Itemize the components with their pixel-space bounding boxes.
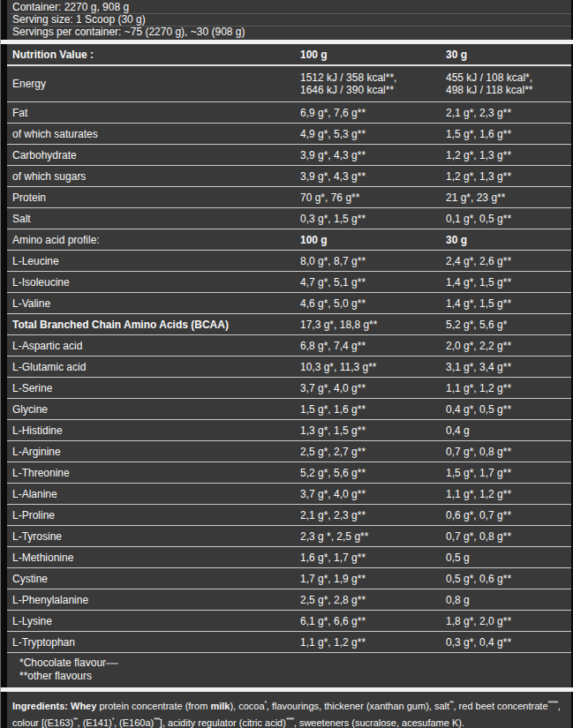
row-label: L-Alanine [7, 488, 300, 500]
ingredient-text: , flavourings, thickener (xanthan gum), … [267, 701, 449, 711]
row-label: Cystine [7, 573, 300, 585]
ingredient-text: ), cocoa [230, 701, 264, 711]
row-value-30g: 1,2 g*, 1,3 g** [446, 170, 571, 183]
row-value-100g: 1,5 g*, 1,6 g** [300, 403, 446, 416]
ingredients-paragraph: Ingredients: Whey protein concentrate (f… [7, 692, 571, 728]
table-row: L-Tryptophan 1,1 g*, 1,2 g** 0,3 g*, 0,4… [7, 632, 571, 653]
row-label: Carbohydrate [7, 149, 300, 161]
row-label: of which sugars [7, 170, 300, 183]
row-label: Total Branched Chain Amino Acids (BCAA) [7, 319, 300, 331]
table-row: of which saturates 4,9 g*, 5,3 g** 1,5 g… [7, 124, 571, 145]
row-label: Amino acid profile: [7, 234, 300, 246]
row-value-100g: 6,9 g*, 7,6 g** [300, 107, 446, 119]
footnote-other-flavours: **other flavours [19, 671, 571, 682]
left-edge-highlight [0, 0, 1, 728]
row-value-30g: 0,5 g*, 0,6 g** [446, 573, 571, 585]
row-value-100g: 1,7 g*, 1,9 g** [300, 573, 446, 585]
row-value-30g: 1,1 g*, 1,2 g** [446, 382, 571, 394]
row-value-30g: 1,2 g*, 1,3 g** [446, 149, 571, 161]
table-row: Total Branched Chain Amino Acids (BCAA) … [7, 314, 571, 335]
row-value-30g: 1,5 g*, 1,7 g** [446, 467, 571, 479]
row-label: L-Leucine [7, 255, 300, 267]
ingredient-text: , red beet concentrate [453, 701, 547, 711]
row-value-100g: 6,8 g*, 7,4 g** [300, 340, 446, 352]
row-value-30g: 455 kJ / 108 kcal*,498 kJ / 118 kcal** [446, 71, 571, 96]
row-value-30g: 1,5 g*, 1,6 g** [446, 128, 571, 140]
table-row: Salt 0,3 g*, 1,5 g** 0,1 g*, 0,5 g** [7, 208, 571, 229]
row-value-100g: 17,3 g*, 18,8 g** [300, 319, 446, 331]
row-value-100g: 70 g*, 76 g** [300, 191, 446, 204]
row-label: L-Methionine [7, 552, 300, 564]
row-value-100g: 4,6 g*, 5,0 g** [300, 297, 446, 310]
row-label: of which saturates [7, 128, 300, 140]
nutrition-table: Nutrition Value : 100 g 30 g Energy 1512… [7, 44, 571, 687]
row-label: L-Histidine [7, 424, 300, 437]
footnote-chocolate: *Chocolate flavour******* [19, 657, 571, 671]
table-row: L-Phenylalanine 2,5 g*, 2,8 g** 0,8 g [7, 589, 571, 611]
footnotes-block: *Chocolate flavour******* **other flavou… [7, 653, 571, 687]
row-label: Energy [7, 78, 300, 90]
row-value-100g: 5,2 g*, 5,6 g** [300, 467, 446, 479]
table-row: L-Proline 2,1 g*, 2,3 g** 0,6 g*, 0,7 g*… [7, 505, 571, 526]
row-value-100g: 2,1 g*, 2,3 g** [300, 509, 446, 522]
row-value-30g: 0,4 g [446, 424, 571, 437]
row-value-100g: 6,1 g*, 6,6 g** [300, 615, 446, 627]
row-value-100g: 10,3 g*, 11,3 g** [300, 361, 446, 373]
row-label: Salt [7, 213, 300, 225]
row-label: Fat [7, 107, 300, 119]
row-label: L-Aspartic acid [7, 340, 300, 352]
table-row: Protein 70 g*, 76 g** 21 g*, 23 g** [7, 187, 571, 208]
row-value-30g: 1,8 g*, 2,0 g** [446, 615, 571, 627]
table-row: L-Arginine 2,5 g*, 2,7 g** 0,7 g*, 0,8 g… [7, 441, 571, 462]
row-value-100g: 2,5 g*, 2,8 g** [300, 594, 446, 606]
serving-size-text: Serving size: 1 Scoop (30 g) [11, 14, 571, 26]
package-info-block: Container: 2270 g, 908 g Serving size: 1… [7, 0, 571, 40]
row-label: L-Threonine [7, 467, 300, 479]
row-value-30g: 1,4 g*, 1,5 g** [446, 276, 571, 289]
row-value-30g: 0,7 g*, 0,8 g** [446, 530, 571, 543]
ingredient-text: ], acidity regulator (citric acid) [160, 717, 286, 727]
row-value-30g: 21 g*, 23 g** [446, 191, 571, 204]
row-label: L-Phenylalanine [7, 594, 300, 606]
row-value-100g: 3,7 g*, 4,0 g** [300, 488, 446, 500]
row-value-30g: 0,1 g*, 0,5 g** [446, 213, 571, 225]
row-value-100g: 3,9 g*, 4,3 g** [300, 170, 446, 183]
row-value-100g: 0,3 g*, 1,5 g** [300, 213, 446, 225]
table-row: Amino acid profile: 100 g 30 g [7, 229, 571, 251]
row-value-30g: 2,1 g*, 2,3 g** [446, 107, 571, 119]
row-value-30g: 0,8 g [446, 594, 571, 606]
table-row: L-Aspartic acid 6,8 g*, 7,4 g** 2,0 g*, … [7, 335, 571, 356]
row-value-100g: 2,3 g *, 2,5 g** [300, 530, 446, 543]
table-row: of which sugars 3,9 g*, 4,3 g** 1,2 g*, … [7, 166, 571, 187]
table-row: Carbohydrate 3,9 g*, 4,3 g** 1,2 g*, 1,3… [7, 145, 571, 166]
row-value-30g: 30 g [446, 234, 571, 246]
ingredient-text: , (E141) [78, 717, 112, 727]
container-size-text: Container: 2270 g, 908 g [11, 2, 571, 14]
table-row: L-Methionine 1,6 g*, 1,7 g** 0,5 g [7, 547, 571, 568]
table-row: Fat 6,9 g*, 7,6 g** 2,1 g*, 2,3 g** [7, 102, 571, 124]
table-row: L-Leucine 8,0 g*, 8,7 g** 2,4 g*, 2,6 g*… [7, 251, 571, 272]
row-value-100g: 100 g [300, 234, 446, 246]
table-row: L-Lysine 6,1 g*, 6,6 g** 1,8 g*, 2,0 g** [7, 611, 571, 632]
row-value-100g: 4,7 g*, 5,1 g** [300, 276, 446, 289]
row-value-30g: 0,5 g [446, 552, 571, 564]
table-row: L-Tyrosine 2,3 g *, 2,5 g** 0,7 g*, 0,8 … [7, 526, 571, 547]
table-header-row: Nutrition Value : 100 g 30 g [7, 44, 571, 66]
row-label: L-Arginine [7, 446, 300, 458]
table-row: L-Histidine 1,3 g*, 1,5 g** 0,4 g [7, 420, 571, 441]
table-row: Energy 1512 kJ / 358 kcal**,1646 kJ / 39… [7, 66, 571, 102]
table-row: Glycine 1,5 g*, 1,6 g** 0,4 g*, 0,5 g** [7, 399, 571, 420]
row-label: L-Tryptophan [7, 636, 300, 649]
row-value-30g: 3,1 g*, 3,4 g** [446, 361, 571, 373]
row-value-30g: 1,4 g*, 1,5 g** [446, 297, 571, 310]
table-header-col-100g: 100 g [300, 49, 446, 61]
table-row: L-Threonine 5,2 g*, 5,6 g** 1,5 g*, 1,7 … [7, 462, 571, 484]
row-value-30g: 5,2 g*, 5,6 g* [446, 319, 571, 331]
ingredient-footnote-mark: ***** [548, 700, 558, 706]
ingredient-text: Ingredients: [12, 701, 71, 711]
row-label: L-Proline [7, 509, 300, 522]
table-row: L-Glutamic acid 10,3 g*, 11,3 g** 3,1 g*… [7, 356, 571, 378]
row-value-30g: 2,4 g*, 2,6 g** [446, 255, 571, 267]
ingredient-footnote-mark: **** [286, 717, 294, 723]
row-value-30g: 2,0 g*, 2,2 g** [446, 340, 571, 352]
